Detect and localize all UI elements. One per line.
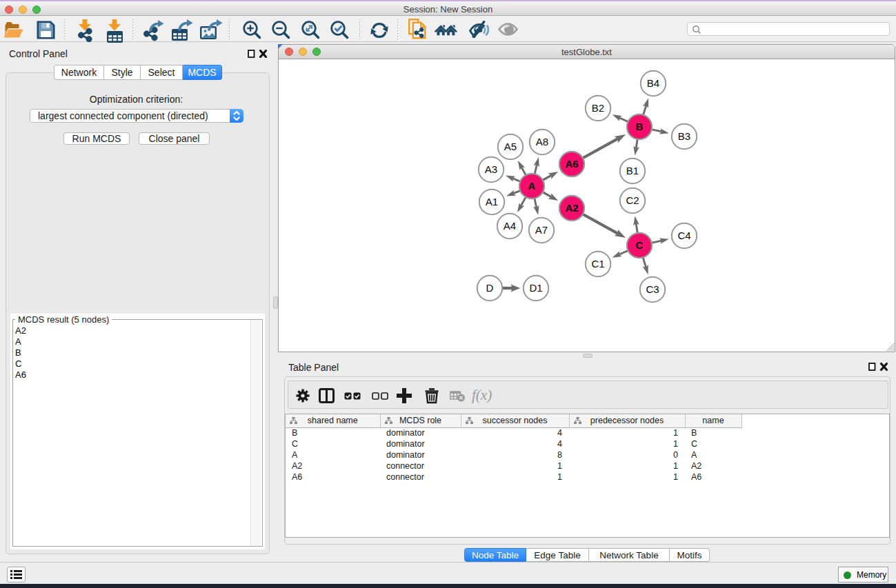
svg-text:C3: C3	[646, 283, 659, 295]
svg-text:C2: C2	[626, 194, 639, 206]
svg-text:B1: B1	[626, 165, 639, 176]
svg-text:D: D	[486, 282, 494, 294]
svg-text:A6: A6	[565, 158, 578, 170]
svg-text:C4: C4	[677, 230, 690, 241]
svg-text:C1: C1	[591, 258, 604, 270]
svg-text:A3: A3	[485, 163, 497, 175]
svg-text:f(x): f(x)	[472, 387, 492, 403]
svg-text:B4: B4	[647, 77, 659, 89]
svg-text:A8: A8	[536, 136, 548, 148]
svg-text:D1: D1	[529, 282, 542, 294]
svg-text:C: C	[636, 239, 644, 251]
svg-text:A: A	[528, 180, 536, 192]
svg-text:A4: A4	[504, 220, 516, 232]
svg-text:A2: A2	[565, 202, 578, 214]
svg-text:B3: B3	[678, 130, 690, 142]
svg-text:B: B	[636, 121, 644, 132]
svg-text:A1: A1	[486, 196, 498, 207]
svg-text:B2: B2	[592, 102, 604, 114]
svg-text:A5: A5	[504, 141, 517, 152]
svg-text:A7: A7	[535, 224, 548, 236]
